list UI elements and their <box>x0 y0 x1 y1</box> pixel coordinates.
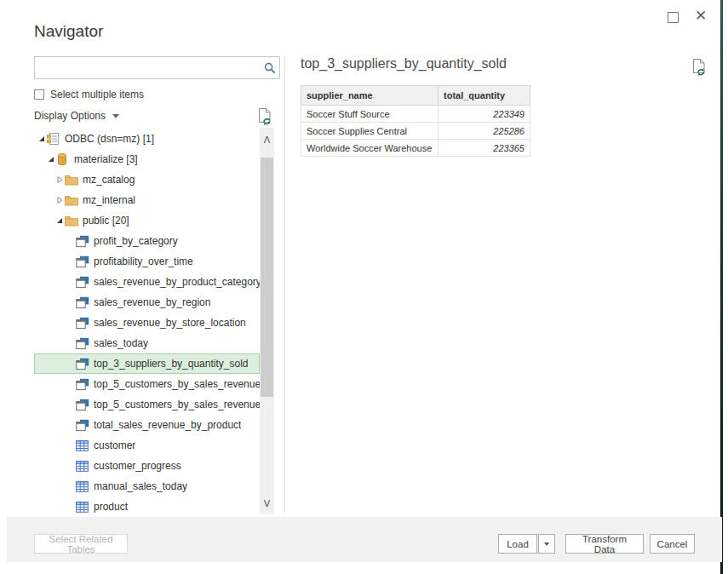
tree-item-label: top_5_customers_by_sales_revenue_tim... <box>94 399 260 410</box>
preview-table: supplier_nametotal_quantity Soccer Stuff… <box>301 85 530 157</box>
table-icon <box>76 461 90 472</box>
tree-item-customer-progress[interactable]: customer_progress <box>34 456 260 476</box>
tree-item-label: mz_catalog <box>83 174 135 186</box>
cell-supplier-name: Soccer Supplies Central <box>301 123 439 140</box>
tree-item-label: materialize [3] <box>74 153 138 165</box>
cancel-button[interactable]: Cancel <box>650 534 695 554</box>
navigator-tree: ODBC (dsn=mz) [1]materialize [3]mz_catal… <box>34 129 260 517</box>
table-row: Worldwide Soccer Warehouse223365 <box>301 140 530 157</box>
view-icon <box>76 378 90 391</box>
odbc-source-icon <box>47 132 61 146</box>
scroll-up-icon[interactable]: ᐱ <box>260 133 274 146</box>
tree-item-mz-catalog[interactable]: mz_catalog <box>34 169 260 190</box>
cell-total-quantity: 225286 <box>439 123 530 140</box>
tree-expanded-icon[interactable] <box>54 216 65 225</box>
folder-icon <box>65 195 79 206</box>
scrollbar-thumb[interactable] <box>261 158 273 397</box>
table-icon <box>76 481 90 492</box>
tree-item-top-5-customers-by-sales-revenue[interactable]: top_5_customers_by_sales_revenue <box>34 374 260 394</box>
cell-total-quantity: 223365 <box>439 140 530 157</box>
tree-item-sales-today[interactable]: sales_today <box>34 333 260 353</box>
cell-supplier-name: Soccer Stuff Source <box>301 106 439 123</box>
tree-expanded-icon[interactable] <box>45 155 56 164</box>
tree-item-sales-revenue-by-product-category[interactable]: sales_revenue_by_product_category <box>34 272 260 292</box>
search-icon[interactable] <box>261 62 279 74</box>
tree-expanded-icon[interactable] <box>36 135 47 143</box>
chevron-down-icon <box>544 542 549 546</box>
tree-item-label: profit_by_category <box>94 235 178 247</box>
search-input[interactable] <box>35 57 261 78</box>
select-multiple-items-checkbox[interactable]: Select multiple items <box>34 89 144 100</box>
scroll-down-icon[interactable]: ᐯ <box>260 497 274 510</box>
tree-item-public-20[interactable]: public [20] <box>34 210 260 231</box>
view-icon <box>76 235 90 248</box>
tree-item-top-5-customers-by-sales-revenue-tim[interactable]: top_5_customers_by_sales_revenue_tim... <box>34 394 260 415</box>
tree-collapsed-icon[interactable] <box>54 196 65 204</box>
tree-item-profitability-over-time[interactable]: profitability_over_time <box>34 251 260 272</box>
display-options-dropdown[interactable]: Display Options <box>34 110 119 122</box>
tree-item-mz-internal[interactable]: mz_internal <box>34 190 260 210</box>
tree-item-profit-by-category[interactable]: profit_by_category <box>34 231 260 251</box>
tree-item-label: mz_internal <box>83 194 135 206</box>
load-button[interactable]: Load <box>498 534 537 554</box>
preview-table-body: Soccer Stuff Source223349Soccer Supplies… <box>301 106 530 157</box>
tree-item-total-sales-revenue-by-product[interactable]: total_sales_revenue_by_product <box>34 415 260 435</box>
tree-item-label: sales_revenue_by_region <box>94 296 210 308</box>
cell-supplier-name: Worldwide Soccer Warehouse <box>301 140 439 157</box>
column-header-supplier_name: supplier_name <box>301 86 439 106</box>
view-icon <box>76 317 90 330</box>
tree-item-label: public [20] <box>83 215 129 227</box>
tree-item-sales-revenue-by-store-location[interactable]: sales_revenue_by_store_location <box>34 313 260 333</box>
folder-icon <box>65 215 79 227</box>
tree-item-label: customer_progress <box>94 460 181 472</box>
footer-bar: Select Related Tables Load Transform Dat… <box>7 517 722 562</box>
tree-item-customer[interactable]: customer <box>34 435 260 456</box>
tree-item-sales-revenue-by-region[interactable]: sales_revenue_by_region <box>34 292 260 313</box>
table-row: Soccer Supplies Central225286 <box>301 123 530 140</box>
pane-divider <box>284 56 285 513</box>
select-multiple-items-label: Select multiple items <box>50 89 144 100</box>
view-icon <box>76 276 90 289</box>
tree-collapsed-icon[interactable] <box>54 175 65 184</box>
view-icon <box>76 255 90 268</box>
table-icon <box>76 440 90 451</box>
maximize-icon[interactable] <box>668 12 679 23</box>
view-icon <box>76 296 90 309</box>
view-icon <box>76 419 90 432</box>
cell-total-quantity: 223349 <box>439 106 530 123</box>
tree-item-label: total_sales_revenue_by_product <box>94 419 241 431</box>
preview-title: top_3_suppliers_by_quantity_sold <box>301 56 507 72</box>
tree-item-manual-sales-today[interactable]: manual_sales_today <box>34 476 260 497</box>
table-icon <box>76 502 90 513</box>
view-icon <box>76 337 90 350</box>
tree-scrollbar[interactable]: ᐱ ᐯ <box>260 128 274 514</box>
tree-item-top-3-suppliers-by-quantity-sold[interactable]: top_3_suppliers_by_quantity_sold <box>34 353 260 374</box>
tree-item-label: top_5_customers_by_sales_revenue <box>94 378 260 390</box>
display-options-label: Display Options <box>34 110 106 122</box>
view-icon <box>76 399 90 411</box>
background-window-edge <box>720 0 723 574</box>
tree-item-odbc-dsn-mz-1[interactable]: ODBC (dsn=mz) [1] <box>34 129 260 149</box>
folder-icon <box>65 175 79 186</box>
close-icon[interactable]: ✕ <box>692 5 709 26</box>
chevron-down-icon <box>112 114 119 118</box>
tree-item-materialize-3[interactable]: materialize [3] <box>34 149 260 169</box>
preview-table-header-row: supplier_nametotal_quantity <box>301 86 530 106</box>
database-icon <box>56 152 71 166</box>
tree-item-label: profitability_over_time <box>94 255 193 267</box>
tree-item-label: ODBC (dsn=mz) [1] <box>65 133 154 145</box>
refresh-tree-icon[interactable] <box>255 107 273 130</box>
load-dropdown-button[interactable] <box>538 534 555 554</box>
search-box <box>34 56 280 79</box>
transform-data-button[interactable]: Transform Data <box>565 534 644 554</box>
tree-item-label: sales_revenue_by_product_category <box>94 276 260 288</box>
checkbox-icon[interactable] <box>34 89 44 100</box>
navigator-dialog: ✕ Navigator Select multiple items Displa… <box>0 0 728 574</box>
tree-item-label: manual_sales_today <box>94 480 187 492</box>
view-icon <box>76 358 90 370</box>
table-row: Soccer Stuff Source223349 <box>301 106 530 123</box>
tree-item-product[interactable]: product <box>34 497 260 517</box>
refresh-preview-icon[interactable] <box>690 58 708 81</box>
select-related-tables-button[interactable]: Select Related Tables <box>34 534 128 554</box>
tree-item-label: top_3_suppliers_by_quantity_sold <box>94 358 248 370</box>
